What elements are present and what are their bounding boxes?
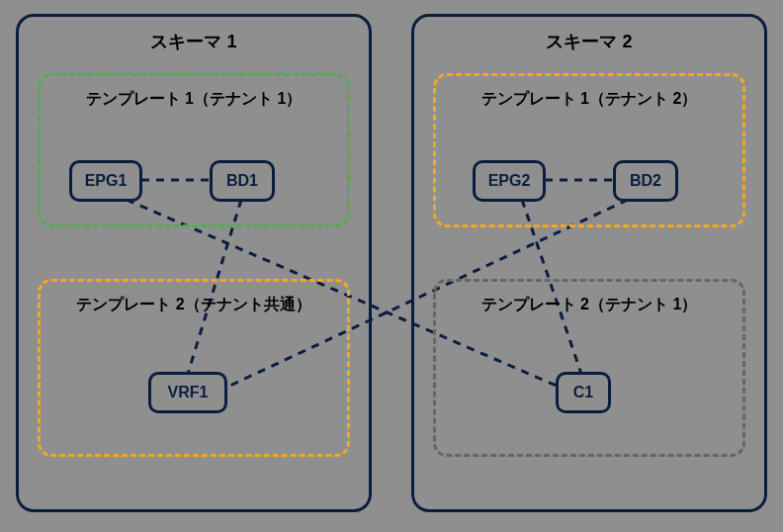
schema2-template2-title: テンプレート 2（テナント 1） — [431, 295, 747, 315]
schema2-template1-title: テンプレート 1（テナント 2） — [431, 89, 747, 110]
schema1-template1-title: テンプレート 1（テナント 1） — [36, 89, 352, 110]
schema1-template2-title: テンプレート 2（テナント共通） — [36, 295, 352, 315]
node-vrf1: VRF1 — [148, 372, 227, 413]
node-bd1: BD1 — [210, 160, 275, 202]
node-bd2: BD2 — [613, 160, 678, 202]
node-epg2: EPG2 — [473, 160, 546, 202]
node-c1: C1 — [556, 372, 611, 413]
node-epg1: EPG1 — [69, 160, 142, 202]
schema-2-title: スキーマ 2 — [490, 30, 688, 53]
schema-1-title: スキーマ 1 — [95, 30, 293, 53]
